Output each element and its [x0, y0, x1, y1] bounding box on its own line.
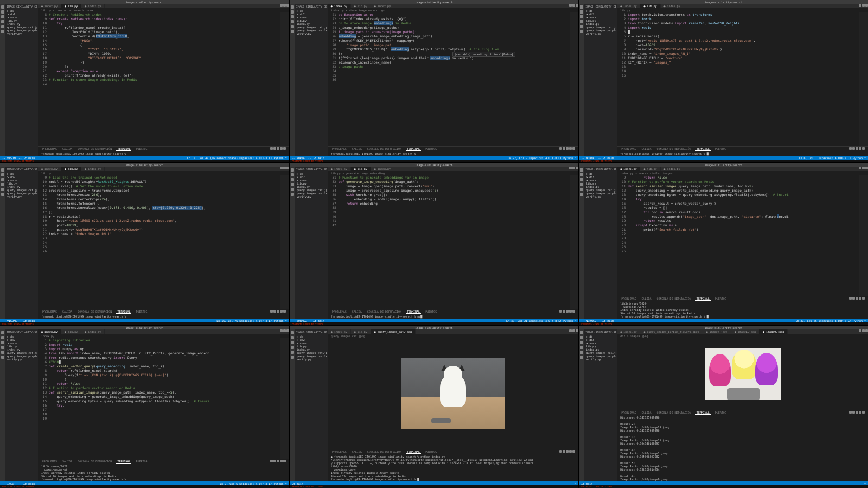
status-left[interactable]: -- VISUAL -- ⎇ main	[2, 156, 35, 160]
terminal-output[interactable]: fernando.doglio@ES-IT01499 image-similar…	[617, 151, 868, 156]
activity-icon[interactable]	[1, 25, 4, 28]
tab-action-icon[interactable]	[865, 167, 868, 169]
panel-action-icon[interactable]	[566, 310, 569, 313]
activity-icon[interactable]	[291, 193, 294, 196]
panel-action-icon[interactable]	[277, 460, 279, 462]
activity-icon[interactable]	[291, 331, 294, 334]
editor-tab[interactable]: ● index.py	[328, 167, 351, 171]
activity-icon[interactable]	[291, 5, 294, 9]
sidebar-item[interactable]: verify.py	[7, 358, 37, 361]
activity-icon[interactable]	[580, 351, 583, 354]
editor-tab[interactable]: ● index.py	[38, 329, 61, 334]
panel-action-icon[interactable]	[273, 310, 276, 313]
panel-tab[interactable]: SALIDA	[351, 450, 363, 454]
editor-tab[interactable]: ● index.py	[38, 167, 61, 171]
terminal-output[interactable]: fernando.doglio@ES-IT01499 image-similar…	[328, 151, 579, 156]
activity-icon[interactable]	[1, 20, 4, 23]
panel-tab[interactable]: PROBLEMAS	[331, 450, 348, 454]
panel-action-icon[interactable]	[859, 411, 861, 414]
panel-action-icon[interactable]	[852, 297, 855, 300]
panel-tab[interactable]: PROBLEMAS	[41, 310, 58, 314]
panel-action-icon[interactable]	[849, 297, 852, 300]
editor-tab[interactable]: ● lib.py	[351, 167, 371, 171]
activity-icon[interactable]	[580, 336, 583, 339]
panel-action-icon[interactable]	[563, 450, 565, 453]
panel-action-icon[interactable]	[280, 460, 283, 462]
activity-icon[interactable]	[1, 183, 4, 186]
editor-tab[interactable]: ● index.py	[371, 4, 394, 8]
status-left[interactable]: ⎇ main	[581, 482, 592, 485]
activity-icon[interactable]	[580, 346, 583, 349]
panel-action-icon[interactable]	[859, 297, 861, 300]
panel-action-icon[interactable]	[856, 297, 858, 300]
activity-icon[interactable]	[580, 173, 583, 176]
panel-tab[interactable]: TERMINAL	[406, 310, 421, 314]
panel-tab[interactable]: PROBLEMAS	[331, 147, 348, 151]
status-left[interactable]: -- VISUAL -- ⎇ main	[2, 319, 35, 322]
tab-action-icon[interactable]	[283, 167, 286, 169]
editor-tab[interactable]: ● index.py	[661, 4, 684, 8]
code-content[interactable]: # importing librariesimport redisimport …	[49, 338, 280, 459]
terminal-output[interactable]: fernando.doglio@ES-IT01499 image-similar…	[38, 314, 289, 319]
editor-tab[interactable]: ● lib.py	[61, 4, 81, 8]
activity-icon[interactable]	[580, 341, 583, 344]
minimap[interactable]	[570, 12, 578, 146]
activity-icon[interactable]	[580, 25, 583, 28]
tab-action-icon[interactable]	[286, 167, 289, 169]
editor-tab[interactable]: ● index.py	[328, 329, 351, 334]
panel-tab[interactable]: PUERTOS	[424, 147, 438, 151]
breadcrumb[interactable]: lib.py	[38, 171, 289, 175]
panel-tab[interactable]: SALIDA	[640, 411, 652, 415]
status-left[interactable]: -- NORMAL -- ⎇ main	[581, 156, 614, 160]
tab-action-icon[interactable]	[572, 167, 575, 169]
tab-action-icon[interactable]	[859, 167, 861, 169]
activity-icon[interactable]	[291, 10, 294, 14]
sidebar-item[interactable]: verify.py	[7, 195, 37, 198]
breadcrumb[interactable]: lib.py > generate_image_embedding	[328, 171, 579, 175]
status-right[interactable]: Ln 16, Col 76 Espacios: 4 UTF-8 LF Pytho…	[216, 319, 286, 322]
panel-tab[interactable]: PROBLEMAS	[620, 411, 637, 415]
panel-action-icon[interactable]	[283, 310, 286, 313]
code-content[interactable]: import torchvision.transforms as transfo…	[628, 12, 859, 146]
sidebar-item[interactable]: verify.py	[296, 32, 327, 35]
code-content[interactable]: pt Exception as e:print(f"Index already …	[339, 12, 570, 146]
activity-icon[interactable]	[291, 173, 294, 176]
activity-icon[interactable]	[291, 20, 294, 23]
panel-action-icon[interactable]	[277, 310, 279, 313]
minimap[interactable]	[859, 175, 868, 296]
panel-tab[interactable]: TERMINAL	[695, 411, 711, 415]
activity-icon[interactable]	[1, 168, 4, 172]
panel-tab[interactable]: SALIDA	[61, 460, 73, 464]
panel-tab[interactable]: PROBLEMAS	[620, 297, 637, 301]
status-right[interactable]: Ln 27, Col 9 Espacios: 4 UTF-8 LF Python…	[508, 156, 576, 160]
tab-action-icon[interactable]	[569, 329, 572, 332]
editor-tab[interactable]: ● index.py	[328, 4, 351, 8]
status-right[interactable]: ⌃	[575, 482, 576, 485]
panel-action-icon[interactable]	[862, 147, 865, 150]
tab-action-icon[interactable]	[572, 4, 575, 7]
panel-tab[interactable]: PUERTOS	[135, 147, 148, 151]
tab-action-icon[interactable]	[576, 329, 578, 332]
panel-action-icon[interactable]	[856, 147, 858, 150]
panel-action-icon[interactable]	[273, 147, 276, 150]
panel-action-icon[interactable]	[283, 147, 286, 150]
panel-action-icon[interactable]	[859, 147, 861, 150]
activity-icon[interactable]	[580, 331, 583, 334]
tab-action-icon[interactable]	[862, 167, 865, 169]
tab-action-icon[interactable]	[859, 4, 861, 7]
status-right[interactable]: Ln 13, Col 40 (16 seleccionado) Espacios…	[187, 156, 287, 160]
panel-tab[interactable]: CONSOLA DE DEPURACIÓN	[76, 147, 113, 151]
tab-action-icon[interactable]	[280, 329, 283, 332]
activity-icon[interactable]	[580, 5, 583, 9]
status-left[interactable]: -- NORMAL -- ⎇ main	[292, 156, 324, 160]
activity-icon[interactable]	[291, 341, 294, 344]
panel-tab[interactable]: PUERTOS	[135, 310, 148, 314]
panel-tab[interactable]: PUERTOS	[714, 411, 727, 415]
panel-action-icon[interactable]	[563, 147, 565, 150]
editor-tab[interactable]: ● lib.py	[351, 4, 371, 8]
editor-tab[interactable]: ● image9.jpeg	[760, 329, 788, 334]
panel-tab[interactable]: TERMINAL	[116, 460, 131, 464]
panel-action-icon[interactable]	[270, 147, 273, 150]
editor-tab[interactable]: ● lib.py	[351, 329, 371, 334]
minimap[interactable]	[570, 175, 578, 309]
